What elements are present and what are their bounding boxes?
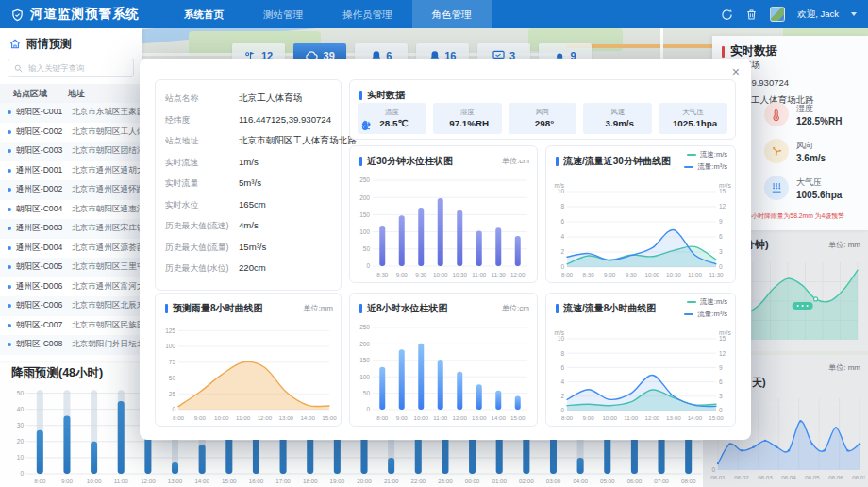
station-row[interactable]: 通州区-D001 北京市通州区通胡大街	[0, 161, 142, 181]
svg-text:0: 0	[366, 406, 370, 412]
user-menu-label[interactable]: 欢迎, Jack	[797, 8, 839, 21]
station-row[interactable]: 朝阳区-C008 北京朝阳门外日坛北路	[0, 335, 142, 355]
svg-text:8:00: 8:00	[173, 414, 185, 421]
chart-legend: 流速:m/s 流量:m³/s	[684, 150, 727, 172]
chart-title-fragment: 天)	[752, 376, 766, 390]
svg-text:12:00: 12:00	[510, 271, 526, 277]
nav-tab[interactable]: 系统首页	[164, 0, 243, 28]
station-row[interactable]: 朝阳区-C003 北京市朝阳区团结湖南里	[0, 142, 142, 161]
svg-text:06:00: 06:00	[627, 478, 643, 484]
svg-text:9:00: 9:00	[396, 414, 409, 421]
station-row[interactable]: 朝阳区-C005 北京市朝阳区三里屯路	[0, 258, 142, 277]
station-row[interactable]: 通州区-D003 北京市通州区宋庄镇白庙	[0, 219, 142, 239]
bullet-dot-icon	[8, 324, 11, 327]
info-value: 116.447125,39.930724	[239, 114, 331, 125]
legend-swatch	[684, 313, 693, 315]
app-logo: 河道监测预警系统	[11, 6, 140, 23]
close-icon[interactable]: ×	[732, 64, 740, 79]
rain48-title: 降雨预测(48小时)	[11, 365, 103, 381]
realtime-chip: 风向 298°	[509, 103, 577, 134]
search-icon	[14, 64, 23, 73]
svg-text:20: 20	[17, 438, 25, 445]
station-info-row: 历史最大值(流速) 4m/s	[165, 220, 331, 232]
info-value: 1m/s	[239, 157, 259, 167]
flow30-chart: 024681003691215m/sm³/s8:008:309:009:3010…	[550, 180, 733, 278]
svg-text:15: 15	[719, 188, 726, 194]
svg-text:8:00: 8:00	[34, 478, 46, 484]
station-code: 通州区-D003	[16, 223, 72, 234]
svg-text:10:00: 10:00	[87, 478, 102, 484]
svg-text:0: 0	[711, 466, 715, 473]
chip-value: 97.1%RH	[449, 118, 489, 129]
search-input[interactable]	[26, 62, 127, 74]
bullet-dot-icon	[8, 227, 11, 230]
svg-text:15:00: 15:00	[510, 414, 526, 421]
svg-text:9: 9	[719, 218, 723, 225]
svg-text:01:00: 01:00	[492, 478, 507, 484]
station-info-row: 历史最大值(水位) 220cm	[165, 262, 331, 275]
station-row[interactable]: 朝阳区-C002 北京市朝阳区工人体育场	[0, 123, 142, 143]
station-address: 北京市东城区王家园胡同	[72, 107, 142, 118]
svg-text:12:00: 12:00	[645, 414, 660, 421]
svg-text:50: 50	[363, 245, 371, 252]
station-row[interactable]: 通州区-D006 北京市通州区富河大街	[0, 277, 142, 297]
trash-icon[interactable]	[745, 8, 758, 21]
bullet-dot-icon	[8, 208, 11, 211]
legend-label: 流速:m/s	[700, 297, 727, 307]
svg-text:9:30: 9:30	[415, 271, 427, 277]
legend-swatch	[687, 301, 696, 303]
shield-icon	[11, 8, 24, 21]
nav-tab[interactable]: 测站管理	[243, 0, 323, 28]
title-accent-bar	[556, 304, 559, 313]
svg-text:02:00: 02:00	[519, 478, 534, 484]
chart-title: 预测雨量8小时曲线图	[173, 302, 263, 315]
nav-tab[interactable]: 角色管理	[412, 0, 492, 28]
bullet-dot-icon	[8, 169, 11, 173]
chip-value: 28.5℃	[379, 118, 408, 129]
rain8-card: 预测雨量8小时曲线图 单位:mm 02550751001258:009:0010…	[155, 293, 342, 427]
station-row[interactable]: 朝阳区-C007 北京市朝阳区民族园路	[0, 316, 142, 336]
svg-text:15:00: 15:00	[322, 414, 337, 421]
svg-text:21:00: 21:00	[384, 478, 399, 484]
svg-text:11:00: 11:00	[433, 414, 448, 421]
info-value: 5m³/s	[239, 177, 261, 188]
svg-text:8:00: 8:00	[561, 271, 574, 277]
svg-text:10:00: 10:00	[645, 271, 660, 277]
bullet-dot-icon	[8, 246, 11, 250]
chart-title: 近30分钟水位柱状图	[367, 155, 453, 168]
station-row[interactable]: 通州区-D002 北京市通州区通怀路	[0, 180, 142, 200]
station-address: 北京市通州区源荟西路	[72, 243, 142, 254]
rain8-chart: 02550751001258:009:0010:0011:0012:0013:0…	[159, 320, 337, 422]
legend-swatch	[684, 166, 693, 168]
nav-tab[interactable]: 操作员管理	[323, 0, 412, 28]
chart-unit: 单位:cm	[502, 303, 529, 313]
avatar[interactable]	[770, 7, 785, 22]
station-row[interactable]: 朝阳区-C004 北京市朝阳区通惠河北路	[0, 200, 142, 220]
sensor-label: 大气压	[796, 176, 842, 189]
station-address: 北京市通州区富河大街	[72, 281, 142, 293]
svg-text:10: 10	[558, 335, 565, 342]
station-code: 朝阳区-C003	[16, 145, 72, 157]
station-row[interactable]: 朝阳区-C006 北京市朝阳区北辰东路	[0, 296, 142, 316]
svg-text:25: 25	[169, 391, 176, 397]
svg-text:0: 0	[20, 470, 24, 477]
station-info-row: 实时水位 165cm	[165, 199, 331, 211]
column-address: 地址	[68, 88, 142, 100]
table-header: 站点区域 地址	[0, 84, 142, 103]
station-info-row: 实时流速 1m/s	[165, 157, 331, 169]
realtime-chip: 大气压 1025.1hpa	[659, 103, 727, 134]
nav-right: 欢迎, Jack	[721, 7, 857, 22]
chevron-down-icon[interactable]	[851, 12, 857, 16]
svg-text:9:00: 9:00	[604, 271, 616, 277]
chip-value: 298°	[535, 118, 554, 129]
chip-label: 大气压	[682, 108, 704, 117]
svg-text:0: 0	[366, 262, 370, 269]
station-code: 朝阳区-C002	[16, 126, 72, 138]
svg-text:2: 2	[560, 248, 564, 255]
station-row[interactable]: 通州区-D004 北京市通州区源荟西路	[0, 239, 142, 259]
station-row[interactable]: 朝阳区-C001 北京市东城区王家园胡同	[0, 103, 142, 123]
refresh-icon[interactable]	[721, 8, 733, 21]
sensor-list: 湿度 128.5%RH 风向 3.6m/s 大气压 1005.6hpa	[764, 102, 842, 212]
svg-text:13:00: 13:00	[168, 478, 183, 484]
svg-text:9:00: 9:00	[61, 478, 74, 484]
